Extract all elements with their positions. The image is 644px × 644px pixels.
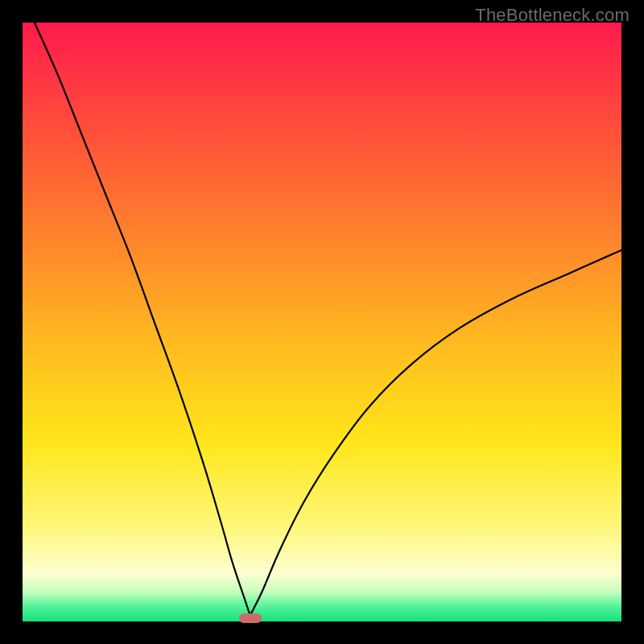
chart-frame	[23, 23, 621, 621]
bottleneck-curve	[23, 23, 621, 621]
curve-right-branch	[250, 250, 621, 616]
curve-left-branch	[35, 23, 250, 616]
optimal-point-marker	[239, 613, 262, 623]
